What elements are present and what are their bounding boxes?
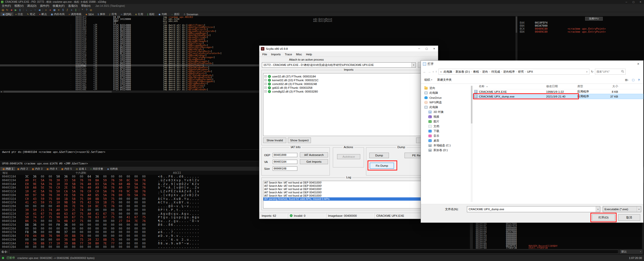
sidebar-item[interactable]: 此电脑 — [421, 105, 471, 110]
help-icon[interactable]: ? — [638, 78, 640, 81]
vscrollbar-thumb[interactable] — [516, 17, 517, 33]
tab-seh[interactable]: ◈SEH — [84, 12, 96, 16]
register-row[interactable]: ECX00409C80<crackme upx.EntryPoint> — [518, 27, 644, 30]
file-row[interactable]: CRACKME UPX_dump.exe2021/3/9 21:40应用程序37… — [473, 94, 643, 99]
stack-row[interactable]: 0019FFA000000000 — [473, 235, 642, 237]
breadcrumb-dropdown-icon[interactable]: ∨ — [586, 71, 588, 73]
search-input[interactable] — [596, 70, 620, 73]
stack-row[interactable]: 0019FFB40019FFE4指向SEH_Record[1]的指针 — [473, 245, 642, 247]
filename-input[interactable]: CRACKME UPX_dump.exe ▾ — [467, 206, 600, 212]
tab-trace[interactable]: →跟踪 — [169, 12, 181, 16]
autotrace-button[interactable]: Autotrace — [337, 154, 360, 159]
imports-tree[interactable]: +✓user32.dll (37) FThunk: 00003184+✓kern… — [263, 73, 434, 136]
scylla-menu-item[interactable]: Trace — [283, 53, 294, 56]
tab-cpu[interactable]: ▣CPU — [1, 12, 13, 16]
import-tree-item[interactable]: +✓gdi32.dll (9) FThunk: 00003258 — [264, 86, 433, 90]
history-chevron-icon[interactable]: ∨ — [432, 71, 434, 73]
stop-debug-icon[interactable]: ■ — [10, 8, 13, 12]
help-icon[interactable]: ? — [85, 8, 89, 12]
minimize-button[interactable]: ─ — [623, 0, 630, 4]
dump-tab-mem3[interactable]: ▦内存 3 — [30, 167, 45, 171]
sidebar-scrollbar[interactable] — [471, 86, 473, 202]
breakpoints-icon[interactable]: ● — [48, 8, 52, 12]
scylla-menu-item[interactable]: Misc — [294, 53, 304, 56]
breadcrumb-item[interactable]: 逆向程序 — [502, 70, 515, 74]
expander-icon[interactable]: + — [264, 90, 267, 93]
stack-row[interactable]: 0019FF9C00000000 — [473, 233, 642, 235]
tab-script[interactable]: §脚本 — [96, 12, 107, 16]
dump-tab-locals[interactable]: ≡局部变量 — [88, 167, 105, 171]
run-icon[interactable]: ▶ — [14, 8, 18, 12]
open-file-icon[interactable]: ▤ — [1, 8, 5, 12]
breadcrumb-item[interactable]: 逆向 — [481, 70, 489, 74]
stack-row[interactable]: 0019FFB877585F30ntdll.77585F30 — [473, 247, 642, 249]
scylla-menu-item[interactable]: File — [260, 53, 269, 56]
restart-icon[interactable]: ↻ — [5, 8, 9, 12]
process-select[interactable]: 15772 - CRACKME UPX.EXE - D:\教程\逆向\待完成\逆… — [262, 62, 416, 68]
menubar-item[interactable]: 视图(V) — [13, 4, 25, 8]
breadcrumb[interactable]: «此电脑›新加卷 (D:)›教程›逆向›待完成›逆向程序›研究›UPX∨ — [438, 69, 589, 75]
expander-icon[interactable]: + — [264, 83, 267, 85]
file-row[interactable]: CRACKME UPX.EXE1998/1/9 1:22应用程序8 KB — [473, 89, 643, 94]
register-row[interactable]: EAX0019FEF4 — [518, 21, 644, 24]
tab-snowman[interactable]: ☃Snowman — [181, 12, 200, 16]
sidebar-item[interactable]: 桌面 — [421, 138, 471, 143]
scrollbar-thumb[interactable] — [471, 86, 472, 123]
dump-row[interactable]: 00403254D8360000F03600000000000000000000… — [0, 223, 470, 227]
breadcrumb-item[interactable]: 研究 — [517, 70, 525, 74]
sidebar-item[interactable]: 下载 — [421, 129, 471, 134]
dump-button[interactable]: Dump — [369, 153, 389, 158]
call-stack-icon[interactable]: ≡ — [57, 8, 61, 12]
up-icon[interactable]: ↑ — [435, 70, 437, 73]
script-icon[interactable]: § — [61, 8, 65, 12]
filetype-select[interactable]: Executable (*.exe) ▾ — [603, 206, 641, 212]
run-to-return-icon[interactable]: ◀ — [37, 8, 41, 12]
scylla-menu-item[interactable]: Imports — [269, 53, 283, 56]
stack-row[interactable]: 0019FF8C8A8EF919 — [473, 225, 642, 227]
dump-row[interactable]: 004032940000000060368B7520328B7500000000… — [0, 238, 470, 241]
sidebar-item[interactable]: 此电脑 — [421, 91, 471, 95]
menubar-item[interactable]: 插件(P) — [38, 4, 51, 8]
chevron-down-icon[interactable]: ▾ — [637, 206, 641, 212]
tab-log[interactable]: ≡日志 — [13, 12, 25, 16]
stack-row[interactable]: 0019FF9000000000 — [473, 227, 642, 229]
open-button[interactable]: 打开(O) — [592, 214, 615, 221]
sidebar-item[interactable]: 3D 对象 — [421, 110, 471, 114]
register-row[interactable]: EDX00409C80<crackme upx.EntryPoint> — [518, 30, 644, 33]
column-header[interactable]: 类型 — [577, 84, 600, 88]
breadcrumb-item[interactable]: 新加卷 (D:) — [455, 70, 471, 74]
settings-icon[interactable]: * — [80, 8, 84, 12]
hscrollbar-thumb[interactable] — [4, 91, 112, 93]
import-tree-item[interactable]: +✓comdlg32.dll (3) FThunk: 00003280 — [264, 90, 433, 93]
import-tree-item[interactable]: +✓comctl32.dll (3) FThunk: 00003248 — [264, 82, 433, 86]
step-over-icon[interactable]: → — [29, 8, 33, 12]
sidebar-item[interactable]: 视频 — [421, 114, 471, 119]
menubar-item[interactable]: 收藏夹(F) — [51, 4, 66, 8]
close-button[interactable]: ✕ — [637, 0, 644, 4]
expander-icon[interactable]: + — [264, 75, 267, 77]
sidebar-item[interactable]: 本地磁盘 (C:) — [421, 143, 471, 148]
tab-memory-map[interactable]: ▦内存布局 — [49, 12, 67, 16]
menubar-item[interactable]: 选项(O) — [66, 4, 79, 8]
search-box[interactable] — [595, 69, 626, 75]
sidebar-item[interactable]: WPS网盘 — [421, 100, 471, 105]
tab-source[interactable]: ‹›源代码 — [119, 12, 133, 16]
column-header[interactable]: 大小 — [600, 84, 621, 88]
tab-breakpoints[interactable]: ●断点 — [37, 12, 49, 16]
stack-row[interactable]: 0019FF8800347000 — [473, 223, 642, 225]
back-icon[interactable]: ← — [423, 70, 426, 74]
iat-autosearch-button[interactable]: IAT Autosearch — [300, 152, 328, 157]
dump-row[interactable]: 00403284F8448B7690398B760000000000000000… — [0, 234, 470, 238]
threads-icon[interactable]: ∥ — [74, 8, 78, 12]
dump-row[interactable]: 00403244B67500007A0B67750000000027D47E76… — [0, 219, 470, 223]
tab-references[interactable]: &引用 — [133, 12, 145, 16]
organize-menu[interactable]: 组织 ▾ — [424, 78, 432, 82]
command-input[interactable] — [9, 250, 618, 254]
import-tree-item[interactable]: +✓kernel32.dll (10) FThunk: 0000321C — [264, 78, 433, 82]
tab-handles[interactable]: ◉句柄 — [156, 12, 169, 16]
close-button[interactable]: ✕ — [633, 61, 643, 67]
step-into-icon[interactable]: ↓ — [25, 8, 28, 12]
cancel-button[interactable]: 取消 — [618, 214, 640, 221]
step-out-icon[interactable]: ↑ — [33, 8, 37, 12]
show-suspect-button[interactable]: Show Suspect — [288, 138, 311, 143]
